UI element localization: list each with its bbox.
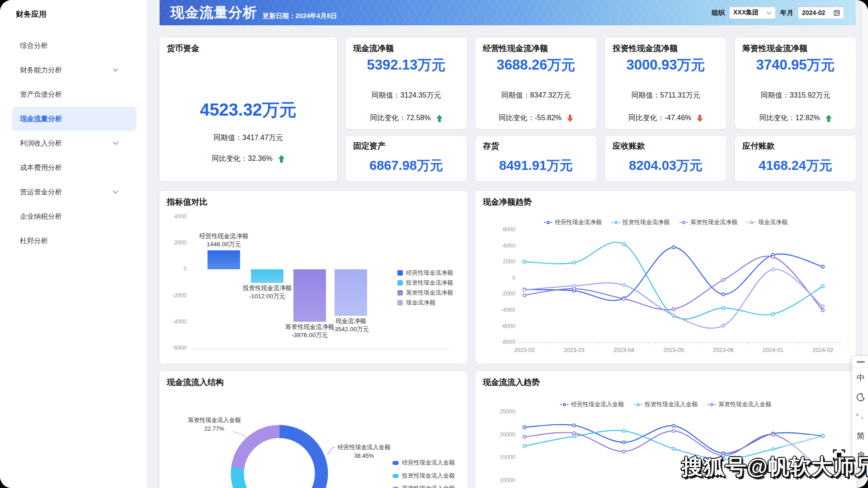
kpi-title: 现金流净额 bbox=[353, 43, 394, 54]
sidebar-item-2[interactable]: 财务能力分析 bbox=[12, 58, 137, 82]
kpi-prev-value: 同期值：5711.31万元 bbox=[605, 91, 726, 100]
lang-chinese-icon[interactable]: 中 bbox=[852, 368, 868, 387]
legend-item[interactable]: 投资性现金流净额 bbox=[397, 279, 453, 287]
kpi-prev-value: 同期值：3124.35万元 bbox=[346, 91, 467, 100]
donut-callout-financing: 筹资性现金流入金额22.77% bbox=[184, 416, 244, 433]
sidebar-item-4[interactable]: 现金流量分析 bbox=[12, 107, 137, 131]
kpi-value: 4523.32万元 bbox=[160, 99, 337, 122]
sidebar-item-label: 现金流量分析 bbox=[20, 114, 62, 124]
sidebar-item-9[interactable]: 杜邦分析 bbox=[12, 229, 137, 253]
sidebar-item-label: 利润收入分析 bbox=[20, 139, 62, 148]
x-tick-label: 2023-05 bbox=[663, 347, 684, 353]
kpi-change: 同比变化：-47.46% bbox=[605, 113, 726, 123]
kpi-value: 4168.24万元 bbox=[735, 157, 856, 175]
legend-marker bbox=[392, 487, 399, 488]
bar-value-label: 经营性现金流净额1446.00万元 bbox=[199, 232, 248, 249]
x-tick-label: 2024-02 bbox=[812, 347, 833, 353]
floating-toolbar: 中°，简 bbox=[852, 356, 868, 468]
kpi-card-2: 经营性现金流净额3688.26万元同期值：8347.32万元同比变化：-55.8… bbox=[476, 38, 596, 129]
sidebar-menu: 综合分析财务能力分析资产负债分析现金流量分析利润收入分析成本费用分析营运资金分析… bbox=[0, 33, 147, 253]
legend-item[interactable]: 现金流净额 bbox=[397, 299, 435, 307]
kpi-card-small-3: 应收账款8204.03万元 bbox=[605, 136, 726, 181]
chevron-down-icon bbox=[113, 141, 118, 145]
sidebar-item-1[interactable]: 综合分析 bbox=[12, 33, 137, 58]
x-tick-label: 2023-04 bbox=[613, 347, 634, 353]
legend-item[interactable]: 经营性现金流净额 bbox=[397, 269, 453, 277]
kpi-card-4: 筹资性现金流净额3740.95万元同期值：3315.92万元同比变化：12.82… bbox=[735, 38, 856, 129]
app-title: 财务应用 bbox=[16, 9, 47, 19]
sidebar-item-label: 财务能力分析 bbox=[20, 66, 62, 75]
sidebar-item-3[interactable]: 资产负债分析 bbox=[12, 82, 137, 107]
legend-item[interactable]: 筹资性现金流净额 bbox=[397, 289, 453, 297]
sidebar-item-5[interactable]: 利润收入分析 bbox=[12, 131, 137, 155]
kpi-value: 5392.13万元 bbox=[346, 56, 467, 75]
bar-2[interactable] bbox=[251, 269, 283, 282]
x-axis-line bbox=[191, 348, 451, 349]
kpi-title: 存货 bbox=[483, 141, 499, 151]
bar-value-label: 投资性现金流净额-1012.00万元 bbox=[243, 284, 292, 300]
kpi-card-small-4: 应付账款4168.24万元 bbox=[735, 136, 856, 181]
y-tick-label: -4000 bbox=[163, 319, 187, 325]
bar-4[interactable] bbox=[335, 269, 367, 316]
legend-marker bbox=[397, 290, 403, 296]
sidebar-item-7[interactable]: 营运资金分析 bbox=[12, 180, 137, 204]
arrow-up-icon bbox=[278, 155, 285, 163]
kpi-card-1: 现金流净额5392.13万元同期值：3124.35万元同比变化：72.58% bbox=[346, 38, 467, 129]
chevron-down-icon bbox=[113, 190, 118, 194]
kpi-prev-value: 同期值：8347.32万元 bbox=[476, 91, 596, 100]
legend-item[interactable]: 筹资性现金流入金额 bbox=[392, 484, 455, 488]
sidebar-item-label: 营运资金分析 bbox=[20, 188, 62, 197]
legend-marker bbox=[392, 474, 399, 478]
kpi-change: 同比变化：12.82% bbox=[735, 113, 856, 123]
legend-item[interactable]: 投资性现金流入金额 bbox=[392, 472, 455, 480]
page-header-banner: 现金流量分析 更新日期：2024年4月8日 组织 XXX集团 年月 2024-0… bbox=[160, 0, 856, 25]
org-label: 组织 bbox=[712, 9, 725, 17]
sidebar-item-8[interactable]: 企业纳税分析 bbox=[12, 204, 137, 229]
bar-1[interactable] bbox=[208, 250, 240, 269]
org-select[interactable]: XXX集团 bbox=[729, 7, 776, 19]
kpi-value: 8491.91万元 bbox=[476, 157, 596, 175]
header-controls: 组织 XXX集团 年月 2024-02 bbox=[712, 0, 844, 25]
inflow-structure-plot: 筹资性现金流入金额22.77%经营性现金流入金额38.45%经营性现金流入金额投… bbox=[160, 371, 467, 488]
watermark-text: 搜狐号@帆软大师兄 bbox=[682, 453, 858, 481]
kpi-change: 同比变化：72.58% bbox=[346, 113, 467, 123]
sidebar-item-label: 资产负债分析 bbox=[20, 90, 62, 99]
kpi-card-currency-funds: 货币资金 4523.32万元 同期值：3417.47万元 同比变化：32.36% bbox=[160, 38, 337, 181]
legend-item[interactable]: 经营性现金流入金额 bbox=[392, 459, 455, 467]
sidebar-item-6[interactable]: 成本费用分析 bbox=[12, 155, 137, 180]
legend-marker bbox=[397, 300, 403, 305]
x-tick-label: 2023-02 bbox=[514, 347, 535, 353]
y-tick-label: 0 bbox=[163, 266, 187, 272]
sidebar-item-label: 企业纳税分析 bbox=[20, 212, 62, 221]
kpi-value: 6867.98万元 bbox=[346, 157, 467, 175]
line-chart-canvas bbox=[476, 191, 856, 364]
kpi-card-small-2: 存货8491.91万元 bbox=[476, 136, 596, 181]
sidebar-item-label: 杜邦分析 bbox=[20, 236, 48, 246]
legend-marker bbox=[397, 270, 403, 276]
y-tick-label: 2000 bbox=[163, 239, 187, 246]
kpi-title: 应收账款 bbox=[613, 141, 645, 151]
kpi-value: 3740.95万元 bbox=[735, 56, 856, 75]
kpi-title: 投资性现金流净额 bbox=[613, 43, 678, 54]
chevron-down-icon bbox=[766, 11, 772, 14]
kpi-change: 同比变化：32.36% bbox=[160, 154, 337, 164]
bar-chart-card: 指标值对比 400020000-2000-4000-6000经营性现金流净额14… bbox=[160, 191, 467, 364]
bar-value-label: 现金流净额-3542.00万元 bbox=[333, 317, 369, 333]
pinyin-tone-icon[interactable]: °， bbox=[852, 407, 868, 426]
legend-marker bbox=[392, 461, 399, 465]
bar-value-label: 筹资性现金流净额-3976.00万元 bbox=[285, 323, 334, 339]
period-picker[interactable]: 2024-02 bbox=[798, 7, 844, 19]
calendar-icon bbox=[834, 9, 840, 16]
toolbar-collapse-button[interactable] bbox=[852, 356, 868, 368]
kpi-value: 3688.26万元 bbox=[476, 56, 596, 75]
kpi-card-small-1: 固定资产6867.98万元 bbox=[346, 136, 467, 181]
bar-3[interactable] bbox=[293, 269, 326, 322]
kpi-title: 经营性现金流净额 bbox=[483, 43, 548, 54]
sidebar: 财务应用 综合分析财务能力分析资产负债分析现金流量分析利润收入分析成本费用分析营… bbox=[0, 0, 147, 488]
screenshot-icon[interactable] bbox=[833, 449, 845, 461]
simplified-chinese-icon[interactable]: 简 bbox=[852, 426, 868, 446]
dark-mode-moon-icon[interactable] bbox=[852, 387, 868, 407]
x-tick-label: 2023-06 bbox=[713, 347, 734, 353]
legend-marker bbox=[397, 280, 403, 286]
kpi-value: 3000.93万元 bbox=[605, 56, 726, 75]
